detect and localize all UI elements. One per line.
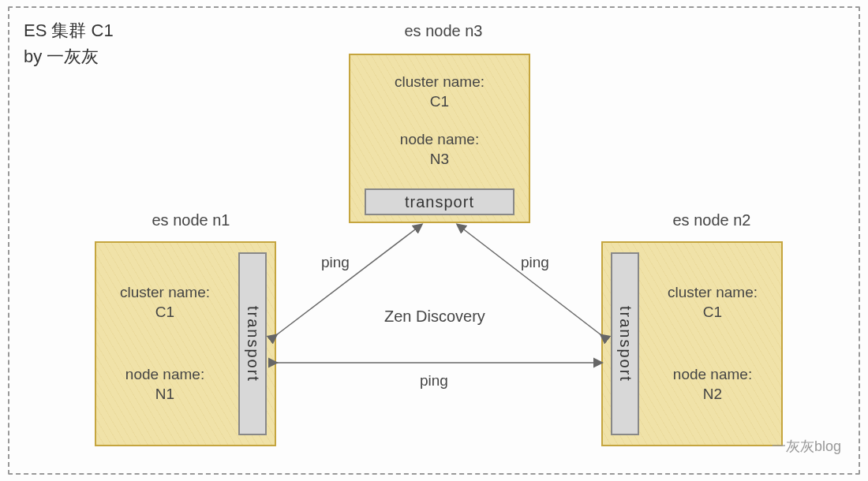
node-n3-cluster-label: cluster name:: [350, 73, 529, 92]
title-line-1: ES 集群 C1: [24, 17, 114, 43]
node-n1-name-label: node name:: [106, 365, 224, 385]
edge-n1-n3-label: ping: [321, 254, 350, 271]
node-n2-name-value: N2: [653, 385, 772, 405]
node-n3-name-value: N3: [350, 150, 529, 170]
node-n2-cluster-label: cluster name:: [653, 283, 772, 303]
node-n2-box: cluster name: C1 node name: N2 transport: [601, 241, 783, 446]
node-n1-box: cluster name: C1 node name: N1 transport: [95, 241, 276, 446]
node-n3-cluster-value: C1: [350, 92, 529, 112]
center-label: Zen Discovery: [384, 308, 485, 326]
node-n3-label: es node n3: [380, 22, 507, 40]
node-n1-transport: transport: [238, 252, 267, 435]
node-n3-box: cluster name: C1 node name: N3 transport: [349, 54, 530, 223]
node-n2-name-label: node name:: [653, 365, 772, 385]
edge-n2-n3-label: ping: [521, 254, 549, 271]
node-n1-cluster-value: C1: [106, 303, 224, 323]
diagram-container: ES 集群 C1 by 一灰灰 es node n3 cluster name:…: [8, 6, 860, 475]
node-n3-name-label: node name:: [350, 130, 529, 150]
node-n2-label: es node n2: [649, 211, 775, 229]
node-n3-transport: transport: [365, 188, 514, 215]
node-n1-cluster-label: cluster name:: [106, 283, 224, 303]
node-n2-transport: transport: [611, 252, 639, 435]
node-n1-name-value: N1: [106, 385, 224, 405]
node-n1-label: es node n1: [128, 211, 254, 229]
title-line-2: by 一灰灰: [24, 43, 114, 69]
title-block: ES 集群 C1 by 一灰灰: [24, 17, 114, 69]
edge-n1-n2-label: ping: [420, 372, 448, 390]
node-n2-cluster-value: C1: [653, 303, 772, 323]
watermark: 一灰灰blog: [772, 437, 841, 456]
